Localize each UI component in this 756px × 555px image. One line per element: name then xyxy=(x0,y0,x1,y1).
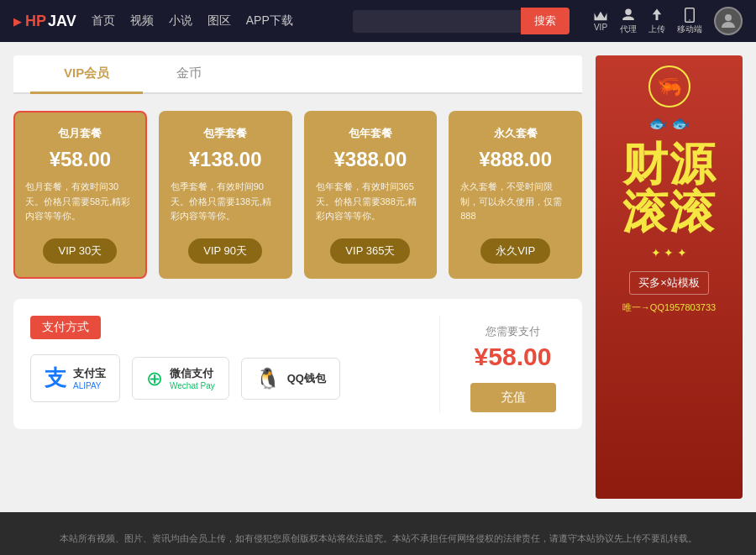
agent-icon-item[interactable]: 代理 xyxy=(620,8,637,35)
logo[interactable]: ▶ HP JAV xyxy=(13,13,76,30)
payment-amount: ¥58.00 xyxy=(475,343,552,371)
payment-left: 支付方式 支 支付宝 ALIPAY ⊕ 微信支付 We xyxy=(30,316,423,402)
alipay-name: 支付宝 xyxy=(73,366,106,381)
card-btn-0[interactable]: VIP 30天 xyxy=(43,238,117,264)
card-desc-2: 包年套餐，有效时间365天。价格只需要388元,精彩内容等等你。 xyxy=(316,180,426,230)
ad-top-decor: 🦐 xyxy=(648,65,690,107)
card-title-3: 永久套餐 xyxy=(494,126,538,141)
payment-need-label: 您需要支付 xyxy=(486,324,540,339)
card-desc-1: 包季套餐，有效时间90天。价格只需要138元,精彩内容等等你。 xyxy=(171,180,281,230)
card-btn-1[interactable]: VIP 90天 xyxy=(188,238,262,264)
mobile-icon xyxy=(684,8,696,23)
card-btn-2[interactable]: VIP 365天 xyxy=(330,238,410,264)
tab-vip[interactable]: VIP会员 xyxy=(30,55,143,94)
card-title-0: 包月套餐 xyxy=(58,126,102,141)
wechat-text: 微信支付 Wechat Pay xyxy=(170,366,215,390)
alipay-icon: 支 xyxy=(45,364,66,393)
tab-coins[interactable]: 金币 xyxy=(143,55,235,92)
payment-methods: 支 支付宝 ALIPAY ⊕ 微信支付 Wechat Pay xyxy=(30,354,423,402)
card-title-2: 包年套餐 xyxy=(349,126,392,141)
nav-video[interactable]: 视频 xyxy=(130,13,154,29)
footer: 本站所有视频、图片、资讯均由会员上传，如有侵犯您原创版权本站将依法追究。本站不承… xyxy=(0,512,756,555)
ad-sub-text: 买多×站模板 xyxy=(629,271,709,295)
qq-method[interactable]: 🐧 QQ钱包 xyxy=(241,358,340,400)
avatar-icon xyxy=(718,11,738,31)
ad-big-text: 财源滚滚 xyxy=(602,141,736,236)
logo-hp: HP xyxy=(25,13,46,30)
card-desc-0: 包月套餐，有效时间30天。价格只需要58元,精彩内容等等你。 xyxy=(25,180,135,230)
card-price-0: ¥58.00 xyxy=(50,148,111,171)
alipay-method[interactable]: 支 支付宝 ALIPAY xyxy=(30,354,120,402)
header: ▶ HP JAV 首页 视频 小说 图区 APP下载 搜索 VIP 代理 上传 … xyxy=(0,0,756,42)
search-bar: 搜索 xyxy=(353,8,570,34)
card-title-1: 包季套餐 xyxy=(203,126,247,141)
content: VIP会员 金币 包月套餐 ¥58.00 包月套餐，有效时间30天。价格只需要5… xyxy=(13,55,582,499)
svg-point-2 xyxy=(725,14,732,21)
agent-icon xyxy=(621,8,636,23)
vip-card-monthly[interactable]: 包月套餐 ¥58.00 包月套餐，有效时间30天。价格只需要58元,精彩内容等等… xyxy=(13,111,147,279)
nav-gallery[interactable]: 图区 xyxy=(207,13,231,29)
footer-source: 正品源码 xyxy=(34,551,722,555)
alipay-sub: ALIPAY xyxy=(73,381,106,390)
upload-icon xyxy=(649,8,664,23)
logo-icon: ▶ xyxy=(13,15,22,28)
main-container: VIP会员 金币 包月套餐 ¥58.00 包月套餐，有效时间30天。价格只需要5… xyxy=(0,42,756,512)
sidebar-ad: 🦐 🐟 🐟 财源滚滚 ✦ ✦ ✦ 买多×站模板 唯一→QQ1957803733 xyxy=(596,55,743,499)
qq-icon: 🐧 xyxy=(255,367,281,390)
avatar[interactable] xyxy=(714,7,743,35)
payment-title-badge: 支付方式 xyxy=(30,316,101,339)
wechat-icon: ⊕ xyxy=(146,367,163,390)
nav-novel[interactable]: 小说 xyxy=(169,13,192,29)
recharge-button[interactable]: 充值 xyxy=(470,383,556,412)
vip-cards: 包月套餐 ¥58.00 包月套餐，有效时间30天。价格只需要58元,精彩内容等等… xyxy=(13,111,582,279)
logo-jav: JAV xyxy=(48,13,76,30)
wechat-name: 微信支付 xyxy=(170,366,215,381)
wechat-method[interactable]: ⊕ 微信支付 Wechat Pay xyxy=(132,357,229,400)
card-price-2: ¥388.00 xyxy=(333,148,407,171)
nav: 首页 视频 小说 图区 APP下载 xyxy=(92,13,293,29)
nav-home[interactable]: 首页 xyxy=(92,13,115,29)
vip-card-permanent[interactable]: 永久套餐 ¥888.00 永久套餐，不受时间限制，可以永久使用，仅需888 永久… xyxy=(449,111,582,279)
tabs: VIP会员 金币 xyxy=(13,55,582,94)
card-price-1: ¥138.00 xyxy=(189,148,262,171)
search-button[interactable]: 搜索 xyxy=(521,8,570,34)
wechat-sub: Wechat Pay xyxy=(170,381,215,390)
upload-icon-item[interactable]: 上传 xyxy=(648,8,665,35)
nav-app[interactable]: APP下载 xyxy=(246,13,293,29)
card-price-3: ¥888.00 xyxy=(479,148,552,171)
search-input[interactable] xyxy=(353,10,521,33)
ad-qq-text: 唯一→QQ1957803733 xyxy=(622,301,716,314)
header-icons: VIP 代理 上传 移动端 xyxy=(593,7,743,35)
card-btn-3[interactable]: 永久VIP xyxy=(480,238,550,264)
svg-point-1 xyxy=(689,19,690,21)
qq-name: QQ钱包 xyxy=(287,371,326,386)
footer-disclaimer: 本站所有视频、图片、资讯均由会员上传，如有侵犯您原创版权本站将依法追究。本站不承… xyxy=(34,529,722,547)
vip-icon xyxy=(593,10,608,22)
payment-right: 您需要支付 ¥58.00 充值 xyxy=(439,316,565,412)
card-desc-3: 永久套餐，不受时间限制，可以永久使用，仅需888 xyxy=(460,180,570,230)
vip-card-yearly[interactable]: 包年套餐 ¥388.00 包年套餐，有效时间365天。价格只需要388元,精彩内… xyxy=(304,111,438,279)
vip-icon-item[interactable]: VIP xyxy=(593,10,608,32)
mobile-icon-item[interactable]: 移动端 xyxy=(677,8,702,35)
alipay-text: 支付宝 ALIPAY xyxy=(73,366,106,390)
ad-stars: ✦ ✦ ✦ xyxy=(651,246,688,259)
vip-card-quarterly[interactable]: 包季套餐 ¥138.00 包季套餐，有效时间90天。价格只需要138元,精彩内容… xyxy=(159,111,292,279)
payment-section: 支付方式 支 支付宝 ALIPAY ⊕ 微信支付 We xyxy=(13,299,582,429)
ad-fish: 🐟 🐟 xyxy=(648,114,690,133)
